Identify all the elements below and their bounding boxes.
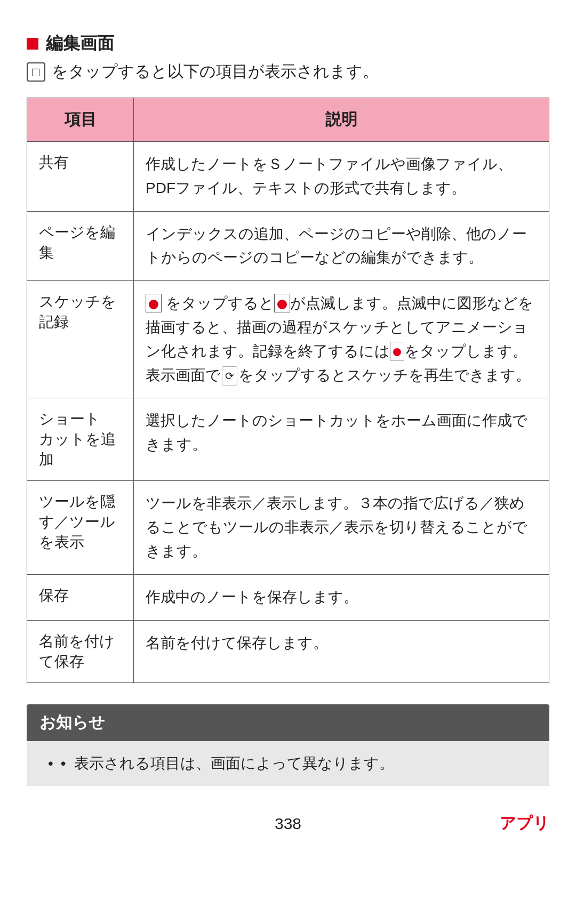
table-row: 名前を付けて保存 名前を付けて保存します。 <box>27 620 549 682</box>
main-table: 項目 説明 共有 作成したノートをＳノートファイルや画像ファイル、PDFファイル… <box>27 98 549 683</box>
red-circle-1 <box>149 300 158 309</box>
bullet-icon: • <box>61 752 74 776</box>
subtitle-text: をタップすると以下の項目が表示されます。 <box>52 61 379 83</box>
notice-list: • 表示される項目は、画面によって異なります。 <box>48 752 537 776</box>
item-label: ショートカットを追加 <box>27 398 134 481</box>
red-circle-wrapper-1 <box>146 294 162 312</box>
item-label: ページを編集 <box>27 211 134 281</box>
table-row: 共有 作成したノートをＳノートファイルや画像ファイル、PDFファイル、テキストの… <box>27 142 549 212</box>
item-label: 共有 <box>27 142 134 212</box>
item-label: 保存 <box>27 574 134 620</box>
item-label: スケッチを記録 <box>27 281 134 398</box>
item-description: 名前を付けて保存します。 <box>134 620 549 682</box>
red-circle-2 <box>277 300 287 309</box>
page-header: 編集画面 □ をタップすると以下の項目が表示されます。 <box>27 32 549 83</box>
table-row: ページを編集 インデックスの追加、ページのコピーや削除、他のノートからのページの… <box>27 211 549 281</box>
sketch-play-icon: ⟳ <box>222 366 237 385</box>
red-circle-wrapper-3 <box>390 342 404 360</box>
item-description: 作成中のノートを保存します。 <box>134 574 549 620</box>
item-label: 名前を付けて保存 <box>27 620 134 682</box>
page-number: 338 <box>201 815 375 833</box>
table-row: スケッチを記録 をタップするとが点滅します。点滅中に図形などを描画すると、描画の… <box>27 281 549 398</box>
item-description: 作成したノートをＳノートファイルや画像ファイル、PDFファイル、テキストの形式で… <box>134 142 549 212</box>
red-circle-3 <box>393 348 401 356</box>
col-header-description: 説明 <box>134 98 549 142</box>
red-square-icon <box>27 38 38 50</box>
item-description: ツールを非表示／表示します。３本の指で広げる／狭めることでもツールの非表示／表示… <box>134 481 549 574</box>
page-footer: 338 アプリ <box>27 813 549 834</box>
item-label: ツールを隠す／ツールを表示 <box>27 481 134 574</box>
section-title: 編集画面 <box>27 32 549 55</box>
section-title-text: 編集画面 <box>46 32 114 55</box>
footer-app-label: アプリ <box>375 813 549 834</box>
notice-box: お知らせ • 表示される項目は、画面によって異なります。 <box>27 704 549 786</box>
item-description-sketch: をタップするとが点滅します。点滅中に図形などを描画すると、描画の過程がスケッチと… <box>134 281 549 398</box>
red-circle-wrapper-2 <box>274 294 290 312</box>
col-header-item: 項目 <box>27 98 134 142</box>
table-row: ショートカットを追加 選択したノートのショートカットをホーム画面に作成できます。 <box>27 398 549 481</box>
menu-icon-box: □ <box>27 62 45 82</box>
item-description: インデックスの追加、ページのコピーや削除、他のノートからのページのコピーなどの編… <box>134 211 549 281</box>
subtitle: □ をタップすると以下の項目が表示されます。 <box>27 61 549 83</box>
table-row: ツールを隠す／ツールを表示 ツールを非表示／表示します。３本の指で広げる／狭める… <box>27 481 549 574</box>
list-item: • 表示される項目は、画面によって異なります。 <box>48 752 537 776</box>
notice-body: • 表示される項目は、画面によって異なります。 <box>27 741 549 786</box>
item-description: 選択したノートのショートカットをホーム画面に作成できます。 <box>134 398 549 481</box>
table-row: 保存 作成中のノートを保存します。 <box>27 574 549 620</box>
notice-header: お知らせ <box>27 704 549 741</box>
